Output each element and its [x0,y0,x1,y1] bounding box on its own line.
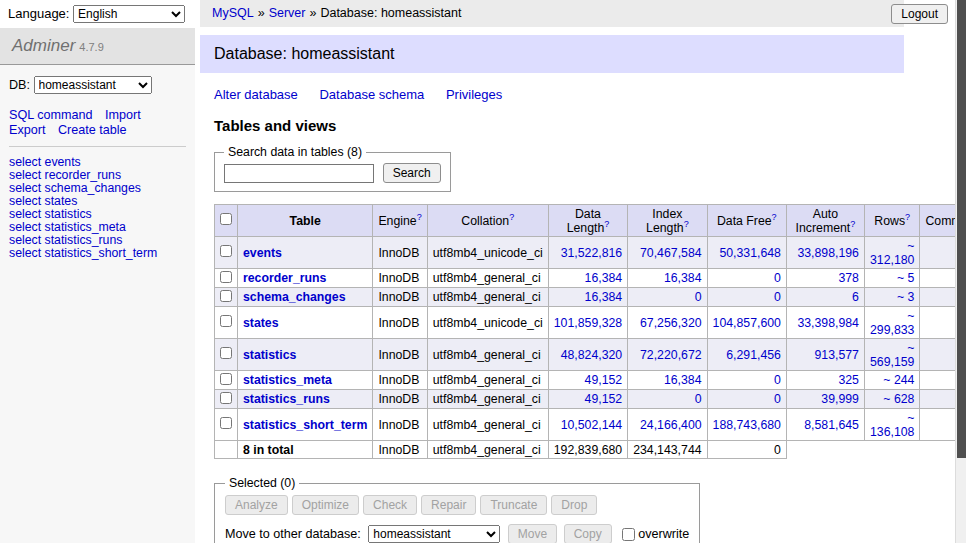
engine-cell: InnoDB [373,269,427,288]
auto-increment-link[interactable]: 33,398,984 [797,316,859,330]
data-length-link[interactable]: 16,384 [585,290,623,304]
data-length-link[interactable]: 10,502,144 [561,418,623,432]
rows-link[interactable]: ~ 569,159 [870,341,914,369]
index-length-link[interactable]: 0 [695,392,702,406]
row-checkbox[interactable] [220,373,232,385]
data-free-cell: 50,331,648 [707,237,786,269]
help-link[interactable]: ? [509,211,514,221]
check-button[interactable]: Check [363,495,417,515]
create-table-sidebar-link[interactable]: Create table [58,123,127,137]
import-link[interactable]: Import [105,108,141,122]
index-length-link[interactable]: 0 [695,290,702,304]
scrollbar[interactable] [955,0,966,543]
search-button[interactable]: Search [383,163,441,183]
data-free-link[interactable]: 104,857,600 [713,316,781,330]
db-select[interactable]: homeassistant [34,76,152,94]
data-free-cell: 0 [707,288,786,307]
help-link[interactable]: ? [850,218,855,228]
rows-link[interactable]: ~ 3 [897,290,914,304]
rows-link[interactable]: ~ 5 [897,271,914,285]
breadcrumb-link-server[interactable]: Server [269,6,306,20]
engine-cell: InnoDB [373,237,427,269]
row-checkbox[interactable] [220,315,232,327]
data-free-link[interactable]: 0 [774,373,781,387]
rows-link[interactable]: ~ 312,180 [870,239,914,267]
index-length-link[interactable]: 24,166,400 [640,418,702,432]
table-name-link[interactable]: statistics_meta [243,373,332,387]
sql-command-link[interactable]: SQL command [9,108,93,122]
comment-cell [920,339,955,371]
row-checkbox[interactable] [220,271,232,283]
auto-increment-link[interactable]: 378 [838,271,859,285]
index-length-link[interactable]: 72,220,672 [640,348,702,362]
row-checkbox[interactable] [220,290,232,302]
privileges-link[interactable]: Privileges [446,87,502,102]
data-free-link[interactable]: 50,331,648 [719,246,781,260]
auto-increment-link[interactable]: 8,581,645 [804,418,859,432]
rows-link[interactable]: ~ 244 [883,373,914,387]
drop-button[interactable]: Drop [551,495,597,515]
move-button[interactable]: Move [508,524,557,543]
overwrite-checkbox[interactable] [622,528,635,541]
auto-increment-link[interactable]: 6 [852,290,859,304]
table-name-link[interactable]: states [243,316,279,330]
index-length-link[interactable]: 16,384 [664,373,702,387]
data-length-link[interactable]: 49,152 [585,373,623,387]
help-link[interactable]: ? [417,211,422,221]
table-row: statesInnoDButf8mb4_unicode_ci101,859,32… [215,307,956,339]
data-free-link[interactable]: 0 [774,271,781,285]
help-link[interactable]: ? [905,211,910,221]
logout-button[interactable]: Logout [891,4,948,24]
index-length-link[interactable]: 70,467,584 [640,246,702,260]
row-checkbox[interactable] [220,245,232,257]
data-length-link[interactable]: 31,522,816 [561,246,623,260]
analyze-button[interactable]: Analyze [225,495,288,515]
sidebar-table-link[interactable]: select statistics_short_term [9,247,186,260]
table-name-link[interactable]: events [243,246,282,260]
auto-increment-link[interactable]: 39,999 [821,392,859,406]
database-schema-link[interactable]: Database schema [319,87,424,102]
truncate-button[interactable]: Truncate [480,495,547,515]
data-free-link[interactable]: 188,743,680 [713,418,781,432]
language-select[interactable]: English [73,5,185,23]
row-checkbox[interactable] [220,392,232,404]
help-link[interactable]: ? [772,211,777,221]
app-logo[interactable]: Adminer [12,36,75,55]
select-all-checkbox[interactable] [220,213,232,225]
index-length-link[interactable]: 67,256,320 [640,316,702,330]
data-free-link[interactable]: 6,291,456 [726,348,781,362]
repair-button[interactable]: Repair [421,495,476,515]
move-db-select[interactable]: homeassistant [368,525,500,543]
auto-increment-link[interactable]: 913,577 [815,348,859,362]
copy-button[interactable]: Copy [564,524,612,543]
data-length-link[interactable]: 49,152 [585,392,623,406]
alter-database-link[interactable]: Alter database [214,87,298,102]
scrollbar-thumb[interactable] [957,0,966,458]
rows-link[interactable]: ~ 136,108 [870,411,914,439]
index-length-link[interactable]: 16,384 [664,271,702,285]
auto-increment-link[interactable]: 33,898,196 [797,246,859,260]
help-link[interactable]: ? [684,218,689,228]
row-checkbox[interactable] [220,417,232,429]
rows-link[interactable]: ~ 299,833 [870,309,914,337]
data-length-link[interactable]: 48,824,320 [561,348,623,362]
breadcrumb-current: Database: homeassistant [320,6,461,20]
table-name-link[interactable]: statistics [243,348,296,362]
data-length-link[interactable]: 16,384 [585,271,623,285]
data-length-link[interactable]: 101,859,328 [554,316,622,330]
optimize-button[interactable]: Optimize [292,495,359,515]
export-link[interactable]: Export [9,123,45,137]
table-name-link[interactable]: statistics_short_term [243,418,367,432]
data-free-link[interactable]: 0 [774,392,781,406]
table-name-link[interactable]: schema_changes [243,290,346,304]
rows-cell: ~ 312,180 [864,237,919,269]
row-checkbox[interactable] [220,347,232,359]
search-input[interactable] [224,164,374,183]
data-free-link[interactable]: 0 [774,290,781,304]
table-name-link[interactable]: recorder_runs [243,271,326,285]
table-name-link[interactable]: statistics_runs [243,392,330,406]
auto-increment-link[interactable]: 325 [838,373,859,387]
help-link[interactable]: ? [604,218,609,228]
breadcrumb-link-mysql[interactable]: MySQL [212,6,254,20]
rows-link[interactable]: ~ 628 [883,392,914,406]
